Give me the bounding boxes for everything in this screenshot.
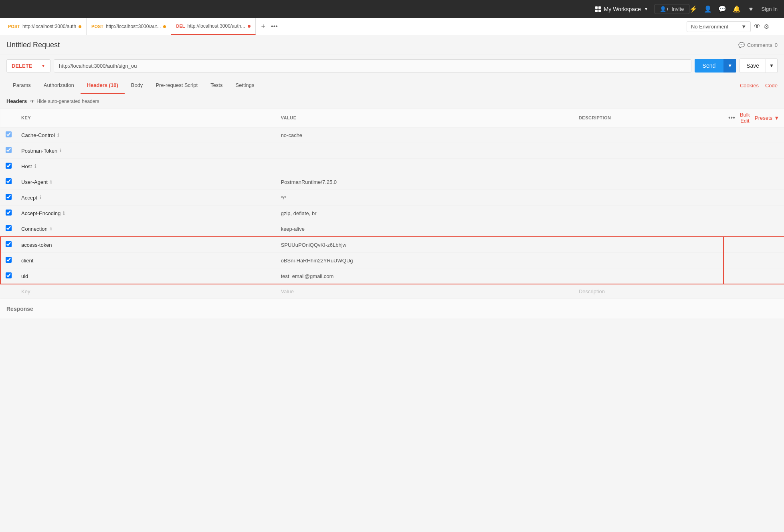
tab-3[interactable]: DEL http://localhost:3000/auth... xyxy=(171,18,255,35)
comments-button[interactable]: 💬 Comments 0 xyxy=(738,42,778,48)
workspace-button[interactable]: My Workspace ▼ xyxy=(595,6,648,12)
table-row: access-token SPUUuPOniQQvKI-z6Lbhjw xyxy=(0,237,784,253)
placeholder-desc: Description xyxy=(574,284,723,299)
key-value: Host xyxy=(21,163,32,169)
tab-params[interactable]: Params xyxy=(6,77,37,94)
desc-cell xyxy=(574,127,723,143)
key-value: Accept-Encoding xyxy=(21,210,61,216)
desc-cell xyxy=(574,143,723,159)
key-value: access-token xyxy=(21,242,52,248)
key-name: User-Agent ℹ xyxy=(21,179,271,185)
tab-tests[interactable]: Tests xyxy=(204,77,229,94)
hide-auto-label: Hide auto-generated headers xyxy=(36,99,99,104)
send-dropdown-button[interactable]: ▼ xyxy=(723,59,736,73)
more-options-button[interactable]: ••• xyxy=(728,114,735,121)
url-input[interactable] xyxy=(54,59,691,73)
person-plus-icon: 👤+ xyxy=(660,6,669,12)
environment-select[interactable]: No Environment ▼ xyxy=(687,21,751,32)
tab-settings[interactable]: Settings xyxy=(229,77,261,94)
checkbox-cell xyxy=(0,221,16,237)
request-title: Untitled Request xyxy=(6,41,60,49)
key-value: Connection xyxy=(21,226,48,232)
sign-in-button[interactable]: Sign In xyxy=(762,6,778,12)
save-group: Save ▼ xyxy=(740,58,778,73)
row-checkbox[interactable] xyxy=(6,178,12,184)
info-icon[interactable]: ℹ xyxy=(63,210,65,216)
settings-icon[interactable]: ⚙ xyxy=(764,23,769,30)
row-checkbox[interactable] xyxy=(6,210,12,216)
code-link[interactable]: Code xyxy=(765,83,778,89)
tab-authorization[interactable]: Authorization xyxy=(37,77,81,94)
value-cell: no-cache xyxy=(276,127,574,143)
top-nav-right: ⚡ 👤 💬 🔔 ♥ Sign In xyxy=(689,5,778,13)
key-cell: Host ℹ xyxy=(16,159,276,174)
key-name: access-token xyxy=(21,242,271,248)
th-checkbox xyxy=(0,109,16,127)
row-checkbox[interactable] xyxy=(6,241,12,247)
checkbox-cell xyxy=(0,143,16,159)
info-icon[interactable]: ℹ xyxy=(34,163,36,169)
add-tab-button[interactable]: + xyxy=(259,22,268,31)
tab-1[interactable]: POST http://localhost:3000/auth xyxy=(3,18,87,35)
more-tabs-button[interactable]: ••• xyxy=(269,23,279,30)
hide-auto-button[interactable]: 👁 Hide auto-generated headers xyxy=(30,99,99,104)
tab-prerequest[interactable]: Pre-request Script xyxy=(149,77,204,94)
row-checkbox[interactable] xyxy=(6,225,12,231)
cookies-link[interactable]: Cookies xyxy=(740,83,759,89)
info-icon[interactable]: ℹ xyxy=(60,148,62,153)
desc-cell xyxy=(574,206,723,221)
key-name: Cache-Control ℹ xyxy=(21,132,271,138)
placeholder-row: Key Value Description xyxy=(0,284,784,299)
key-value: Postman-Token xyxy=(21,148,57,154)
row-checkbox[interactable] xyxy=(6,163,12,169)
value-cell xyxy=(276,159,574,174)
th-actions: ••• Bulk Edit Presets ▼ xyxy=(723,109,784,127)
tab-1-method: POST xyxy=(8,24,20,29)
value-cell: */* xyxy=(276,190,574,206)
section-tabs: Params Authorization Headers (10) Body P… xyxy=(0,77,784,94)
table-row: Host ℹ xyxy=(0,159,784,174)
info-icon[interactable]: ℹ xyxy=(50,179,52,185)
invite-button[interactable]: 👤+ Invite xyxy=(655,4,689,14)
actions-cell xyxy=(723,206,784,221)
chat-icon[interactable]: 💬 xyxy=(718,5,726,13)
row-checkbox[interactable] xyxy=(6,272,12,278)
eye-icon[interactable]: 👁 xyxy=(754,23,760,30)
table-row: Postman-Token ℹ xyxy=(0,143,784,159)
desc-cell xyxy=(574,174,723,190)
desc-cell xyxy=(574,237,723,253)
row-checkbox[interactable] xyxy=(6,131,12,137)
actions-cell xyxy=(723,143,784,159)
tab-headers[interactable]: Headers (10) xyxy=(81,77,125,94)
row-checkbox[interactable] xyxy=(6,257,12,263)
checkbox-cell xyxy=(0,159,16,174)
method-select[interactable]: DELETE ▼ xyxy=(6,59,51,73)
key-name: uid xyxy=(21,273,271,279)
tab-3-method: DEL xyxy=(176,24,185,28)
info-icon[interactable]: ℹ xyxy=(40,195,42,200)
info-icon[interactable]: ℹ xyxy=(57,132,59,138)
key-cell: Cache-Control ℹ xyxy=(16,127,276,143)
send-button[interactable]: Send xyxy=(695,59,724,73)
presets-button[interactable]: Presets ▼ xyxy=(755,115,779,121)
row-checkbox[interactable] xyxy=(6,147,12,153)
save-button[interactable]: Save xyxy=(740,58,766,73)
env-bar: No Environment ▼ 👁 ⚙ xyxy=(680,18,784,35)
tab-2[interactable]: POST http://localhost:3000/aut... xyxy=(87,18,171,35)
heart-icon[interactable]: ♥ xyxy=(747,5,755,13)
bell-icon[interactable]: 🔔 xyxy=(733,5,741,13)
table-body: Cache-Control ℹ no-cache Postman-Token ℹ xyxy=(0,127,784,299)
profile-icon[interactable]: 👤 xyxy=(704,5,712,13)
lightning-icon[interactable]: ⚡ xyxy=(689,5,697,13)
th-value: VALUE xyxy=(276,109,574,127)
info-icon[interactable]: ℹ xyxy=(50,226,52,232)
tab-2-dot xyxy=(163,25,166,28)
save-dropdown-button[interactable]: ▼ xyxy=(766,58,778,73)
bulk-edit-button[interactable]: Bulk Edit xyxy=(740,112,750,124)
value-cell: keep-alive xyxy=(276,221,574,237)
key-cell: Accept-Encoding ℹ xyxy=(16,206,276,221)
checkbox-cell xyxy=(0,190,16,206)
tab-body[interactable]: Body xyxy=(125,77,150,94)
row-checkbox[interactable] xyxy=(6,194,12,200)
tabs-bar: POST http://localhost:3000/auth POST htt… xyxy=(0,18,680,35)
